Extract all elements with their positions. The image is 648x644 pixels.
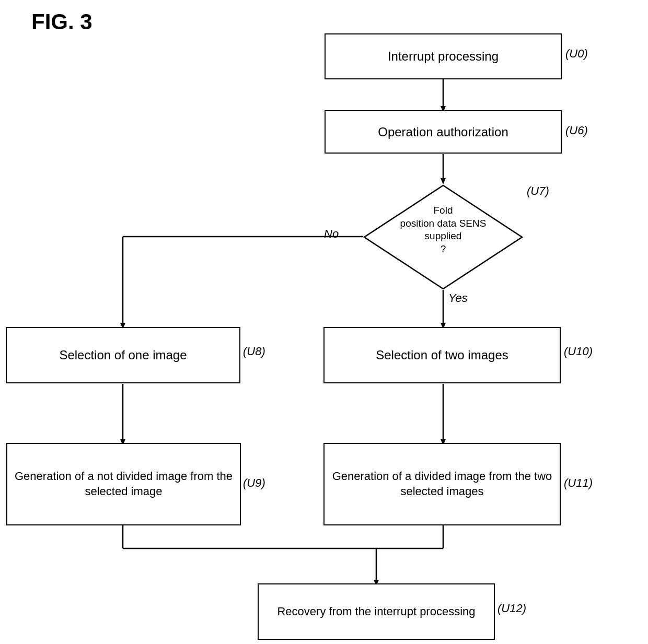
interrupt-processing-box: Interrupt processing	[325, 33, 562, 79]
diamond-decision: Fold position data SENS supplied ?	[363, 184, 523, 290]
recovery-box: Recovery from the interrupt processing	[258, 583, 495, 640]
divided-label: (U11)	[564, 476, 593, 490]
divided-box: Generation of a divided image from the t…	[323, 443, 561, 525]
not-divided-box: Generation of a not divided image from t…	[6, 443, 241, 525]
diamond-id-label: (U7)	[527, 184, 549, 198]
flowchart-arrows	[0, 0, 648, 644]
yes-label: Yes	[448, 291, 468, 305]
one-image-label: (U8)	[243, 345, 265, 358]
interrupt-label: (U0)	[565, 47, 588, 61]
no-label: No	[324, 227, 339, 241]
operation-label: (U6)	[565, 124, 588, 137]
selection-one-image-box: Selection of one image	[6, 327, 240, 383]
recovery-label: (U12)	[497, 602, 526, 615]
operation-authorization-box: Operation authorization	[325, 110, 562, 154]
figure-title: FIG. 3	[31, 9, 92, 34]
diamond-text: Fold position data SENS supplied ?	[389, 204, 497, 256]
selection-two-images-box: Selection of two images	[323, 327, 561, 383]
not-divided-label: (U9)	[243, 476, 265, 490]
two-images-label: (U10)	[564, 345, 593, 358]
svg-marker-3	[441, 178, 446, 184]
